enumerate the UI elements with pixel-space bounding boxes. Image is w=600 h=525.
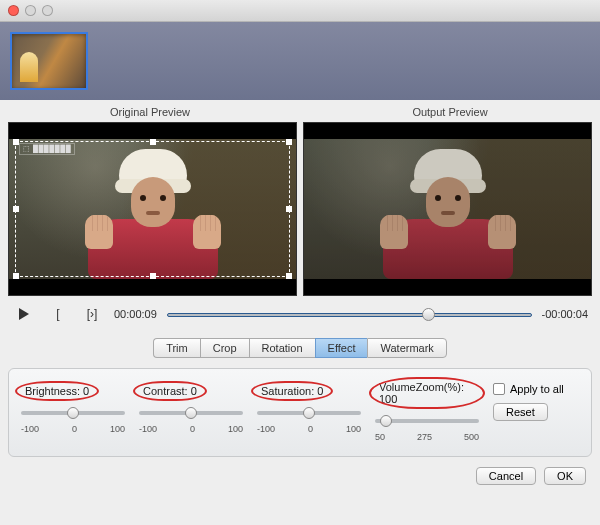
cancel-button[interactable]: Cancel — [476, 467, 536, 485]
volumezoom-slider[interactable] — [375, 411, 479, 431]
mark-out-button[interactable]: [›] — [80, 304, 104, 324]
original-preview[interactable]: ⬚ ███████ — [8, 122, 297, 296]
seek-thumb[interactable] — [422, 308, 435, 321]
original-preview-label: Original Preview — [0, 106, 300, 118]
mark-in-button[interactable]: [ — [46, 304, 70, 324]
contrast-control: Contrast: 0 -1000100 — [139, 381, 243, 434]
crop-region[interactable] — [15, 141, 290, 277]
saturation-control: Saturation: 0 -1000100 — [257, 381, 361, 434]
contrast-label: Contrast: 0 — [139, 385, 201, 397]
ok-button[interactable]: OK — [544, 467, 586, 485]
tab-rotation[interactable]: Rotation — [249, 338, 315, 358]
tab-crop[interactable]: Crop — [200, 338, 249, 358]
tab-watermark[interactable]: Watermark — [367, 338, 446, 358]
apply-to-all-checkbox[interactable]: Apply to all — [493, 383, 564, 395]
effect-panel: Brightness: 0 -1000100 Contrast: 0 -1000… — [8, 368, 592, 457]
window-titlebar — [0, 0, 600, 22]
time-remaining: -00:00:04 — [542, 308, 588, 320]
volumezoom-label: VolumeZoom(%): 100 — [375, 381, 479, 405]
zoom-icon[interactable] — [42, 5, 53, 16]
edit-tabbar: Trim Crop Rotation Effect Watermark — [0, 338, 600, 358]
close-icon[interactable] — [8, 5, 19, 16]
contrast-slider[interactable] — [139, 403, 243, 423]
brightness-control: Brightness: 0 -1000100 — [21, 381, 125, 434]
output-preview — [303, 122, 592, 296]
clip-thumbnail[interactable] — [10, 32, 88, 90]
tab-trim[interactable]: Trim — [153, 338, 200, 358]
play-button[interactable] — [12, 304, 36, 324]
saturation-slider[interactable] — [257, 403, 361, 423]
tab-effect[interactable]: Effect — [315, 338, 368, 358]
saturation-label: Saturation: 0 — [257, 385, 327, 397]
reset-button[interactable]: Reset — [493, 403, 548, 421]
minimize-icon[interactable] — [25, 5, 36, 16]
clip-thumbnail-strip — [0, 22, 600, 100]
brightness-label: Brightness: 0 — [21, 385, 93, 397]
seek-slider[interactable] — [167, 305, 532, 323]
time-current: 00:00:09 — [114, 308, 157, 320]
volumezoom-control: VolumeZoom(%): 100 50275500 — [375, 381, 479, 442]
brightness-slider[interactable] — [21, 403, 125, 423]
output-preview-label: Output Preview — [300, 106, 600, 118]
